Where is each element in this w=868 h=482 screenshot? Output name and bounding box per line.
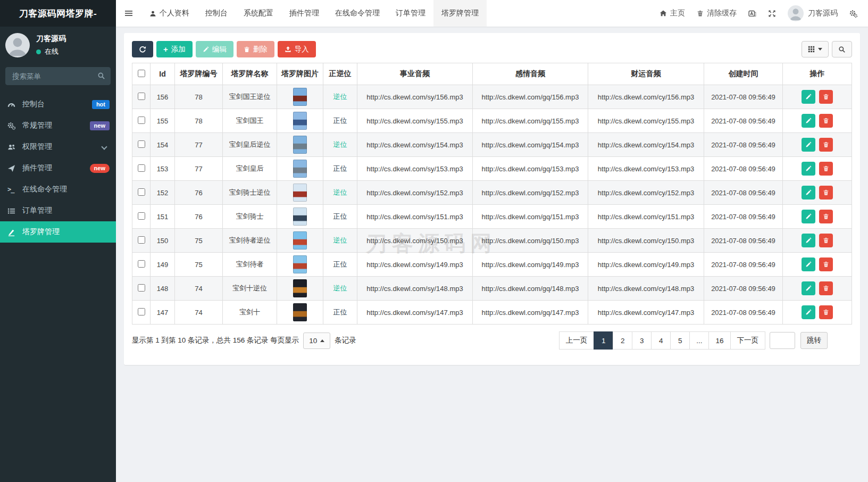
- sidebar-item-plugins[interactable]: 插件管理 new: [0, 157, 116, 179]
- row-checkbox[interactable]: [138, 212, 145, 220]
- row-checkbox[interactable]: [138, 236, 145, 244]
- page-button[interactable]: 2: [613, 331, 632, 350]
- page-button[interactable]: 3: [632, 331, 652, 350]
- page-size-dropdown[interactable]: 10: [303, 333, 330, 349]
- tab-system-config[interactable]: 系统配置: [236, 0, 281, 27]
- row-delete-button[interactable]: [819, 162, 833, 176]
- cell-love-audio: http://cs.dkewl.com/gq/149.mp3: [473, 253, 588, 277]
- refresh-button[interactable]: [132, 41, 153, 57]
- tab-plugins[interactable]: 插件管理: [281, 0, 327, 27]
- clear-cache-link[interactable]: 清除缓存: [697, 9, 737, 18]
- top-navbar: 个人资料 控制台 系统配置 插件管理 在线命令管理 订单管理 塔罗牌管理 主页 …: [116, 0, 868, 27]
- sidebar-item-permissions[interactable]: 权限管理: [0, 136, 116, 157]
- page-button[interactable]: 1: [594, 331, 613, 350]
- tarot-thumbnail[interactable]: [293, 136, 307, 154]
- row-checkbox[interactable]: [138, 140, 145, 148]
- tab-dashboard[interactable]: 控制台: [197, 0, 236, 27]
- cell-position: 逆位: [333, 140, 347, 148]
- cell-card-name: 宝剑十逆位: [223, 277, 277, 301]
- row-delete-button[interactable]: [819, 114, 833, 128]
- row-edit-button[interactable]: [802, 90, 815, 104]
- jump-button[interactable]: 跳转: [800, 332, 828, 349]
- cell-career-audio: http://cs.dkewl.com/sy/147.mp3: [357, 301, 473, 325]
- tarot-thumbnail[interactable]: [293, 207, 307, 226]
- page-ellipsis[interactable]: ...: [689, 331, 709, 350]
- delete-button[interactable]: 删除: [237, 41, 274, 57]
- row-edit-button[interactable]: [802, 186, 815, 200]
- menu-search-input[interactable]: [5, 67, 111, 85]
- row-delete-button[interactable]: [819, 186, 833, 200]
- next-page-button[interactable]: 下一页: [730, 331, 766, 350]
- sidebar-item-orders[interactable]: 订单管理: [0, 200, 116, 221]
- sidebar-item-general[interactable]: 常规管理 new: [0, 115, 116, 136]
- row-edit-button[interactable]: [802, 234, 815, 247]
- row-delete-button[interactable]: [819, 281, 833, 295]
- tarot-thumbnail[interactable]: [293, 88, 307, 106]
- row-edit-button[interactable]: [802, 210, 815, 223]
- row-checkbox[interactable]: [138, 284, 145, 292]
- cell-career-audio: http://cs.dkewl.com/sy/155.mp3: [357, 109, 473, 133]
- row-delete-button[interactable]: [819, 210, 833, 223]
- row-edit-button[interactable]: [802, 305, 815, 319]
- row-edit-button[interactable]: [802, 114, 815, 128]
- select-all-checkbox[interactable]: [138, 70, 145, 77]
- jump-page-input[interactable]: [770, 332, 795, 349]
- prev-page-button[interactable]: 上一页: [559, 331, 595, 350]
- columns-dropdown-button[interactable]: [802, 41, 829, 57]
- tab-profile[interactable]: 个人资料: [141, 0, 197, 27]
- row-edit-button[interactable]: [802, 138, 815, 152]
- navbar-user-menu[interactable]: 刀客源码: [788, 5, 838, 21]
- trash-icon: [244, 46, 250, 53]
- tab-orders[interactable]: 订单管理: [388, 0, 433, 27]
- app-logo[interactable]: 刀客源码网塔罗牌-: [0, 0, 116, 27]
- row-checkbox[interactable]: [138, 117, 145, 124]
- table-search-button[interactable]: [832, 41, 852, 57]
- row-edit-button[interactable]: [802, 257, 815, 271]
- cell-id: 151: [151, 205, 175, 229]
- sidebar-item-tarot[interactable]: 塔罗牌管理: [0, 221, 116, 243]
- sidebar-item-commands[interactable]: >_ 在线命令管理: [0, 179, 116, 200]
- import-button[interactable]: 导入: [278, 41, 316, 57]
- tarot-thumbnail[interactable]: [293, 231, 307, 250]
- row-delete-button[interactable]: [819, 305, 833, 319]
- sidebar-item-label: 权限管理: [22, 142, 102, 152]
- tarot-thumbnail[interactable]: [293, 255, 307, 273]
- tarot-thumbnail[interactable]: [293, 303, 307, 321]
- row-edit-button[interactable]: [802, 281, 815, 295]
- edit-button[interactable]: 编辑: [196, 41, 233, 57]
- tab-commands[interactable]: 在线命令管理: [327, 0, 388, 27]
- cell-card-no: 76: [175, 205, 223, 229]
- row-delete-button[interactable]: [819, 234, 833, 247]
- sidebar-toggle-icon[interactable]: [116, 0, 141, 27]
- tarot-thumbnail[interactable]: [293, 160, 307, 178]
- header-card-image: 塔罗牌图片: [277, 63, 323, 85]
- row-edit-button[interactable]: [802, 162, 815, 176]
- tarot-thumbnail[interactable]: [293, 112, 307, 130]
- tarot-thumbnail[interactable]: [293, 279, 307, 297]
- row-delete-button[interactable]: [819, 90, 833, 104]
- page-button[interactable]: 4: [651, 331, 671, 350]
- row-delete-button[interactable]: [819, 257, 833, 271]
- row-delete-button[interactable]: [819, 138, 833, 152]
- language-icon[interactable]: [748, 10, 756, 18]
- sidebar-menu: 控制台 hot 常规管理 new 权限管理 插件管理 new >_ 在线: [0, 92, 116, 243]
- home-link[interactable]: 主页: [660, 9, 685, 18]
- fullscreen-icon[interactable]: [768, 10, 776, 18]
- page-button[interactable]: 5: [670, 331, 690, 350]
- cell-id: 147: [151, 301, 175, 325]
- tarot-thumbnail[interactable]: [293, 184, 307, 202]
- gears-icon[interactable]: [849, 10, 857, 18]
- cell-card-name: 宝剑国王逆位: [223, 85, 277, 109]
- row-checkbox[interactable]: [138, 164, 145, 172]
- sidebar-item-dashboard[interactable]: 控制台 hot: [0, 94, 116, 115]
- row-checkbox[interactable]: [138, 188, 145, 196]
- add-button[interactable]: + 添加: [156, 41, 193, 57]
- tab-tarot[interactable]: 塔罗牌管理: [433, 0, 487, 27]
- page-button[interactable]: 16: [708, 331, 730, 350]
- row-checkbox[interactable]: [138, 260, 145, 268]
- tab-label: 在线命令管理: [335, 9, 380, 18]
- search-icon[interactable]: [97, 72, 105, 80]
- row-checkbox[interactable]: [138, 308, 145, 315]
- row-checkbox[interactable]: [138, 93, 145, 100]
- sidebar-item-label: 插件管理: [22, 163, 90, 173]
